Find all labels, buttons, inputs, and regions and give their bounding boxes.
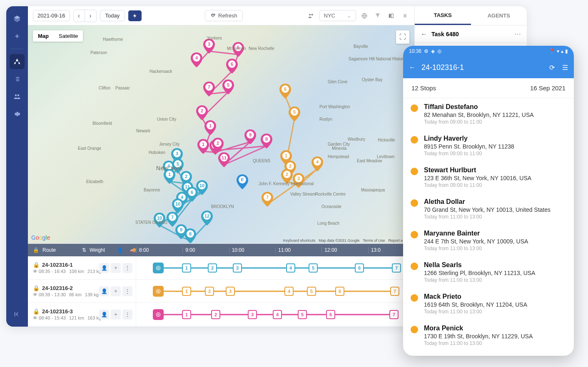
add-stop-button[interactable]: ＋ xyxy=(111,310,121,320)
gantt-track[interactable]: 1234567 xyxy=(136,303,414,326)
nav-add[interactable] xyxy=(10,29,25,44)
prev-day-button[interactable]: ‹ xyxy=(73,10,85,22)
route-start[interactable] xyxy=(153,286,164,297)
route-info[interactable]: 🔒24-102316-1 👁 08:35 - 16:43108 km213 kg… xyxy=(28,256,136,279)
add-stop-button[interactable]: ＋ xyxy=(111,286,121,296)
map-pin[interactable]: 6 xyxy=(226,59,238,74)
map-pin[interactable]: 6 xyxy=(186,187,198,202)
map-pin[interactable]: 1 xyxy=(204,120,216,135)
map-pin[interactable]: 2 xyxy=(196,105,208,120)
assign-button[interactable]: 👤 xyxy=(99,310,109,320)
map-pin[interactable]: 4 xyxy=(311,156,323,171)
gantt-stop[interactable]: 4 xyxy=(286,263,295,273)
gantt-stop[interactable]: 4 xyxy=(284,287,294,296)
gantt-stop[interactable]: 3 xyxy=(233,263,242,273)
globe-icon[interactable] xyxy=(359,12,369,19)
gantt-stop[interactable]: 7 xyxy=(390,287,399,296)
filter-icon[interactable]: ☰ xyxy=(562,64,568,72)
col-weight[interactable]: Weight xyxy=(90,247,114,253)
phone-back-button[interactable]: ← xyxy=(409,64,416,71)
stop-item[interactable]: Tiffani Destefano 82 Menahan St, Brookly… xyxy=(403,98,574,130)
stop-item[interactable]: Mack Prieto 1619 64th St, Brooklyn, NY 1… xyxy=(403,288,574,320)
map-pin[interactable]: 7 xyxy=(262,192,273,207)
date-picker[interactable]: 2021-09-16 xyxy=(33,10,70,21)
route-info[interactable]: 🔒24-102316-2 👁 08:39 - 13:3086 km139 kg … xyxy=(28,280,136,303)
route-info[interactable]: 🔒24-102316-3 👁 08:40 - 15:43121 km163 kg… xyxy=(28,303,136,326)
gantt-stop[interactable]: 5 xyxy=(309,263,318,273)
gantt-stop[interactable]: 6 xyxy=(335,287,344,296)
gantt-stop[interactable]: 5 xyxy=(307,287,316,296)
gantt-stop[interactable]: 2 xyxy=(205,287,214,296)
add-stop-button[interactable]: ＋ xyxy=(111,263,121,273)
optimize-button[interactable] xyxy=(128,10,142,21)
stop-item[interactable]: Maryanne Bainter 244 E 7th St, New York,… xyxy=(403,225,574,256)
map-pin[interactable]: 12 xyxy=(201,211,213,226)
map-pin[interactable]: 6 xyxy=(279,84,291,99)
gantt-stop[interactable]: 5 xyxy=(298,310,307,319)
today-button[interactable]: Today xyxy=(100,10,125,21)
map-pin[interactable]: 5 xyxy=(232,42,244,57)
gantt-stop[interactable]: 6 xyxy=(326,310,335,319)
stop-item[interactable]: Mora Penick 1730 E 19th St, Brooklyn, NY… xyxy=(403,320,574,351)
nav-settings[interactable] xyxy=(10,107,25,122)
nav-collapse[interactable] xyxy=(10,307,25,322)
expand-icon[interactable] xyxy=(399,13,409,19)
map-type-map[interactable]: Map xyxy=(33,30,54,42)
map-pin[interactable]: 7 xyxy=(167,212,178,227)
upload-icon[interactable] xyxy=(373,13,383,19)
assign-button[interactable]: 👤 xyxy=(99,286,109,296)
gantt-stop[interactable]: 6 xyxy=(355,263,364,273)
fullscreen-button[interactable]: ⛶ xyxy=(396,30,409,44)
map-pin[interactable]: 5 xyxy=(289,107,300,122)
gantt-stop[interactable]: 1 xyxy=(182,310,191,319)
phone-stop-list[interactable]: Tiffani Destefano 82 Menahan St, Brookly… xyxy=(403,98,574,356)
route-start[interactable] xyxy=(153,309,164,320)
gantt-stop[interactable]: 3 xyxy=(226,287,235,296)
map-pin[interactable]: 7 xyxy=(203,82,215,97)
refresh-button[interactable]: Refresh xyxy=(205,10,243,21)
route-start[interactable] xyxy=(153,263,164,273)
tab-agents[interactable]: AGENTS xyxy=(471,6,527,25)
map[interactable]: Map Satellite ⛶ Google Keyboard shortcut… xyxy=(28,25,414,243)
row-more-button[interactable]: ⋮ xyxy=(122,263,132,273)
row-more-button[interactable]: ⋮ xyxy=(122,310,132,320)
map-pin[interactable]: 10 xyxy=(154,213,165,228)
stop-item[interactable]: Lindy Haverly 8915 Penn St. Brooklyn, NY… xyxy=(403,130,574,161)
gantt-track[interactable]: 1234567 xyxy=(136,256,414,279)
assign-button[interactable]: 👤 xyxy=(99,263,109,273)
gantt-stop[interactable]: 7 xyxy=(392,263,401,273)
gantt-stop[interactable]: 2 xyxy=(208,263,217,273)
nav-layers[interactable] xyxy=(10,11,25,26)
gantt-stop[interactable]: 2 xyxy=(211,310,220,319)
gantt-stop[interactable]: 4 xyxy=(273,310,282,319)
map-pin[interactable]: 2 xyxy=(281,169,293,184)
gantt-stop[interactable]: 1 xyxy=(182,263,191,273)
col-route[interactable]: Route xyxy=(42,247,79,253)
stop-item[interactable]: Nella Searls 1266 Sterling Pl, Brooklyn,… xyxy=(403,256,574,288)
refresh-icon[interactable]: ⟳ xyxy=(549,64,555,72)
sort-icon[interactable]: ⇅ xyxy=(82,247,86,253)
nav-users[interactable] xyxy=(10,89,25,104)
map-pin[interactable]: 9 xyxy=(244,129,256,144)
next-day-button[interactable]: › xyxy=(85,10,97,22)
columns-icon[interactable] xyxy=(386,13,396,19)
stop-item[interactable]: Aletha Dollar 70 Grand St, New York, NY … xyxy=(403,193,574,225)
map-pin[interactable]: 8 xyxy=(184,228,196,243)
route-segment xyxy=(216,314,248,315)
map-type-satellite[interactable]: Satellite xyxy=(54,30,83,42)
team-select[interactable]: NYC⌄ xyxy=(319,10,356,21)
nav-routes[interactable] xyxy=(10,54,25,69)
tab-tasks[interactable]: TASKS xyxy=(415,6,471,25)
gantt-stop[interactable]: 3 xyxy=(248,310,257,319)
map-pin[interactable]: F xyxy=(237,174,248,189)
map-pin[interactable]: 4 xyxy=(191,52,202,67)
gantt-stop[interactable]: 7 xyxy=(389,310,399,319)
gantt-track[interactable]: 1234567 xyxy=(136,280,414,303)
more-icon[interactable]: ⋯ xyxy=(514,30,521,38)
gantt-stop[interactable]: 1 xyxy=(182,287,191,296)
nav-list[interactable] xyxy=(10,72,25,87)
row-more-button[interactable]: ⋮ xyxy=(122,286,132,296)
map-pin[interactable]: 11 xyxy=(218,152,230,167)
stop-item[interactable]: Stewart Hurlburt 123 E 36th St, New York… xyxy=(403,161,574,193)
back-icon[interactable]: ← xyxy=(421,30,427,38)
